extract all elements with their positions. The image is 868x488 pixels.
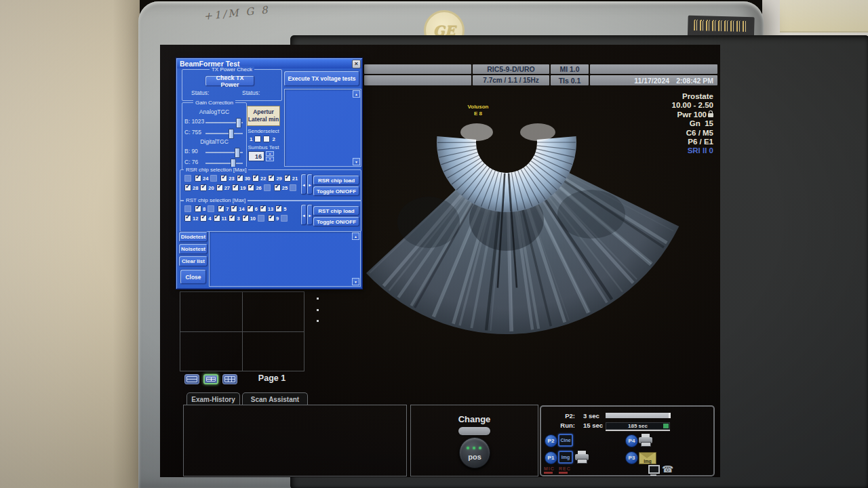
pos-knob[interactable]: pos [459,437,490,468]
scroll-down-icon[interactable]: ▼ [352,278,359,285]
change-indicator-pill [458,427,490,435]
p3-key[interactable]: P3 [625,451,638,464]
digital-c-slider[interactable]: C: 76 [182,157,246,167]
rsr-chip-row-2: ✓28✓20✓27✓19✓26✓25 [184,184,298,191]
close-icon[interactable]: × [352,60,361,68]
rec-led [559,472,568,474]
handwriting-marker: +1/M G 8 [203,1,298,23]
rsr-nav-left-icon[interactable]: ◂ [301,174,307,195]
noisetest-button[interactable]: Noisetest [179,244,208,254]
split-icon [186,376,197,382]
spinner-up-icon[interactable]: ▲ [266,151,274,156]
topbar-datetime: 11/17/2024 2:08:42 PM [590,75,717,85]
chip-checkbox[interactable]: ✓5 [275,205,286,212]
topbar-segment-blank [364,64,471,74]
chip-checkbox[interactable]: ✓26 [248,184,261,191]
chip-checkbox[interactable] [208,205,216,212]
results-listbox[interactable]: ▲ ▼ [209,231,361,287]
grid-3x3-icon [224,376,235,382]
clear-list-button[interactable]: Clear list [179,256,208,266]
chip-checkbox[interactable]: ✓28 [184,184,198,191]
chip-checkbox[interactable]: ✓30 [237,175,250,182]
topbar-probe: RIC5-9-D/URO [473,64,549,74]
scroll-down-icon[interactable]: ▼ [353,158,360,165]
scroll-up-icon[interactable]: ▲ [352,232,359,240]
cine-button[interactable]: Cine [558,434,573,447]
scan-info-line: P6 / E1 [625,138,713,146]
chip-checkbox[interactable]: ✓12 [184,215,198,222]
chip-checkbox[interactable]: ✓8 [195,205,205,212]
chip-checkbox[interactable] [281,215,289,222]
chip-checkbox[interactable]: ✓9 [268,215,279,222]
chip-checkbox[interactable]: ✓22 [252,175,266,182]
chip-checkbox[interactable]: ✓27 [216,184,230,191]
analog-c-slider[interactable]: C: 755 [182,127,246,137]
chip-checkbox[interactable] [210,175,218,182]
sender-1-checkbox[interactable] [254,136,261,142]
mic-led [544,472,553,474]
dialog-title-bar[interactable]: BeamFormer Test [177,59,361,68]
chip-checkbox[interactable] [290,184,298,191]
chip-checkbox[interactable] [184,205,193,212]
rst-nav-right-icon[interactable]: ▸ [307,205,313,225]
chip-checkbox[interactable]: ✓14 [231,205,244,212]
p1-key[interactable]: P1 [545,451,557,464]
mic-label: MIC [544,466,555,471]
time: 2:08:42 PM [676,77,713,85]
pager-dot [317,309,319,311]
layout-3x3-button[interactable] [222,374,237,384]
close-button[interactable]: Close [180,270,206,284]
chip-checkbox[interactable]: ✓24 [195,175,208,182]
chip-checkbox[interactable]: ✓20 [200,184,214,191]
chip-checkbox[interactable]: ✓11 [214,215,227,222]
chip-checkbox[interactable] [264,184,272,191]
sender-2-checkbox[interactable] [263,136,270,142]
wall-left [0,0,140,488]
rst-toggle-button[interactable]: Toggle ON/OFF [313,217,359,226]
layout-2x2-button[interactable] [203,374,218,384]
grid-2x2-icon [206,377,216,382]
chip-checkbox[interactable]: ✓6 [247,205,258,212]
chip-checkbox[interactable]: ✓21 [284,175,298,182]
sumbus-spinner[interactable]: ▲ ▼ [266,151,274,161]
chip-checkbox[interactable] [258,215,266,222]
chip-checkbox[interactable]: ✓7 [218,205,229,212]
chip-checkbox[interactable]: ✓13 [260,205,273,212]
img-button[interactable]: Img [558,451,573,464]
chip-checkbox[interactable]: ✓4 [200,215,211,222]
run-progress-bar: 185 sec [606,422,670,430]
tab-scan-assistant[interactable]: Scan Assistant [242,392,308,405]
rst-nav-left-icon[interactable]: ◂ [301,205,307,225]
digital-b-slider[interactable]: B: 90 [182,146,246,156]
check-tx-power-button[interactable]: Check TX Power [205,76,254,86]
p2-timer-label: P2: [548,412,575,420]
tx-results-listbox[interactable]: ▲ ▼ [284,89,361,167]
chip-checkbox[interactable]: ✓29 [268,175,281,182]
chip-checkbox[interactable]: ✓23 [220,175,234,182]
analog-b-slider[interactable]: B: 1023 [182,117,246,126]
p2-timer-value: 3 sec [583,412,599,420]
layout-single-split-button[interactable] [184,374,199,384]
rsr-nav-right-icon[interactable]: ▸ [307,174,313,195]
run-timer-label: Run: [548,422,575,429]
p4-key[interactable]: P4 [625,434,638,447]
beamformer-test-dialog: BeamFormer Test × TX Power Check Check T… [176,58,363,289]
lock-icon [708,113,713,117]
chip-checkbox[interactable]: ✓10 [242,215,256,222]
execute-tx-voltage-tests-button[interactable]: Execute TX voltage tests [284,71,359,86]
chip-checkbox[interactable]: ✓3 [229,215,239,222]
rsr-chip-load-button[interactable]: RSR chip load [313,176,359,185]
spinner-down-icon[interactable]: ▼ [266,157,274,161]
chip-checkbox[interactable]: ✓19 [232,184,245,191]
chip-checkbox[interactable] [184,175,193,182]
tab-exam-history[interactable]: Exam-History [186,392,240,405]
rst-chip-load-button[interactable]: RST chip load [313,206,359,216]
p2-key[interactable]: P2 [545,434,557,447]
scroll-up-icon[interactable]: ▲ [353,90,360,98]
diodetest-button[interactable]: Diodetest [179,232,208,242]
gain-correction-group: Gain Correction AnalogTGC B: 1023 C: 755… [182,102,247,170]
chip-checkbox[interactable]: ✓25 [274,184,288,191]
status-label-right: Status: [242,89,260,96]
rsr-toggle-button[interactable]: Toggle ON/OFF [313,186,359,196]
sumbus-value-field[interactable]: 16 [248,151,264,161]
